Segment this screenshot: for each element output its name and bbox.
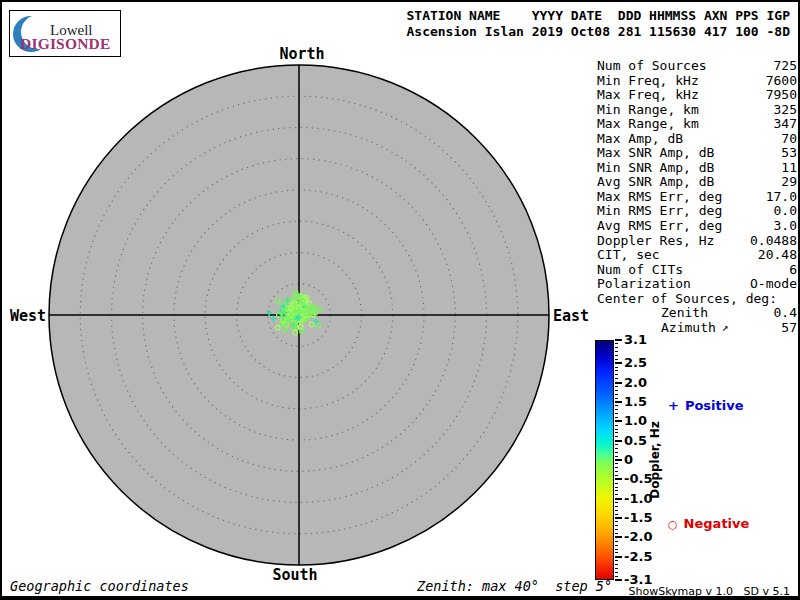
stat-value: 325: [774, 103, 797, 118]
colorbar-major-tick: [615, 579, 622, 581]
stat-row: CIT, sec20.48: [597, 248, 797, 263]
colorbar-minor-tick: [615, 378, 618, 379]
stat-row: Min SNR Amp, dB11: [597, 161, 797, 176]
zenith-range-label: Zenith: max 40° step 5°: [417, 578, 612, 594]
stat-label: Avg SNR Amp, dB: [597, 175, 714, 190]
colorbar-minor-tick: [615, 343, 618, 344]
stat-value: 6: [789, 263, 797, 278]
stat-value: 53: [781, 146, 797, 161]
colorbar-minor-tick: [615, 417, 618, 418]
stat-label: Num of CITs: [597, 263, 683, 278]
stat-row: Avg RMS Err, deg3.0: [597, 219, 797, 234]
legend-negative: ○Negative: [668, 516, 749, 531]
colorbar-minor-tick: [615, 568, 618, 569]
colorbar-minor-tick: [615, 471, 618, 472]
stat-value: 7950: [766, 88, 797, 103]
colorbar-minor-tick: [615, 490, 618, 491]
colorbar-minor-tick: [615, 545, 618, 546]
showskymap-window: Lowell DIGISONDE STATION NAME YYYY DATE …: [0, 0, 800, 600]
stat-value: 0.4: [774, 306, 797, 321]
stat-label: Min Range, km: [597, 103, 699, 118]
colorbar-axis-title: Doppler, Hz: [648, 421, 662, 499]
legend-positive: +Positive: [668, 398, 744, 413]
colorbar-minor-tick: [615, 425, 618, 426]
colorbar-tick-label: 2.0: [624, 376, 647, 390]
colorbar-minor-tick: [615, 436, 618, 437]
colorbar-major-tick: [615, 401, 622, 403]
compass-label-south: South: [265, 566, 325, 584]
stat-row: Min Range, km325: [597, 103, 797, 118]
colorbar-major-tick: [615, 517, 622, 519]
stat-label: Min SNR Amp, dB: [597, 161, 714, 176]
colorbar-tick-label: -1.5: [624, 511, 652, 525]
colorbar-minor-tick: [615, 541, 618, 542]
stat-value: 347: [774, 117, 797, 132]
colorbar-minor-tick: [615, 359, 618, 360]
stat-row: Num of Sources725: [597, 59, 797, 74]
stat-label: Max SNR Amp, dB: [597, 146, 714, 161]
colorbar-minor-tick: [615, 576, 618, 577]
colorbar-minor-tick: [615, 560, 618, 561]
coordinates-label: Geographic coordinates: [10, 578, 189, 594]
lowell-digisonde-logo: Lowell DIGISONDE: [9, 10, 121, 57]
colorbar-ticks: [615, 340, 623, 580]
stat-row: Max Freq, kHz7950: [597, 88, 797, 103]
stat-value: 7600: [766, 74, 797, 89]
colorbar-minor-tick: [615, 521, 618, 522]
colorbar-tick-label: 0: [624, 453, 633, 467]
header-columns-row: STATION NAME YYYY DATE DDD HHMMSS AXN PP…: [406, 8, 790, 24]
colorbar-minor-tick: [615, 502, 618, 503]
logo-text-digisonde: DIGISONDE: [20, 35, 111, 53]
colorbar-major-tick: [615, 556, 622, 558]
stat-value: 11: [781, 161, 797, 176]
colorbar-minor-tick: [615, 390, 618, 391]
stat-label: Zenith: [661, 306, 708, 321]
colorbar-minor-tick: [615, 429, 618, 430]
stat-row: Zenith0.4: [597, 306, 797, 321]
colorbar-minor-tick: [615, 394, 618, 395]
header-values-row: Ascension Islan 2019 Oct08 281 115630 41…: [406, 24, 790, 40]
colorbar-minor-tick: [615, 564, 618, 565]
colorbar-major-tick: [615, 362, 622, 364]
colorbar-minor-tick: [615, 374, 618, 375]
colorbar-major-tick: [615, 339, 622, 341]
colorbar-minor-tick: [615, 432, 618, 433]
colorbar-minor-tick: [615, 452, 618, 453]
stats-panel: Num of Sources725Min Freq, kHz7600Max Fr…: [597, 59, 797, 335]
stat-label: Min RMS Err, deg: [597, 204, 722, 219]
colorbar-gradient: [595, 340, 614, 580]
stat-label: Avg RMS Err, deg: [597, 219, 722, 234]
compass-label-north: North: [272, 45, 332, 63]
compass-label-east: East: [553, 307, 593, 325]
colorbar-minor-tick: [615, 351, 618, 352]
stat-value: 0.0488: [750, 234, 797, 249]
colorbar-minor-tick: [615, 552, 618, 553]
stat-label: Azimuth: [661, 321, 716, 336]
stat-value: 57: [781, 321, 797, 336]
colorbar-tick-label: 3.1: [624, 333, 647, 347]
colorbar-minor-tick: [615, 355, 618, 356]
stat-value: 725: [774, 59, 797, 74]
colorbar-tick-label: -2.5: [624, 550, 652, 564]
colorbar-tick-label: -2.0: [624, 530, 652, 544]
colorbar-minor-tick: [615, 367, 618, 368]
colorbar-tick-label: 2.5: [624, 356, 647, 370]
colorbar-tick-label: 0.5: [624, 434, 647, 448]
stat-value: 20.48: [758, 248, 797, 263]
colorbar-minor-tick: [615, 409, 618, 410]
colorbar-minor-tick: [615, 549, 618, 550]
colorbar-major-tick: [615, 478, 622, 480]
colorbar-minor-tick: [615, 514, 618, 515]
stat-row: Center of Sources, deg:: [597, 292, 797, 307]
colorbar-major-tick: [615, 498, 622, 500]
station-header: STATION NAME YYYY DATE DDD HHMMSS AXN PP…: [406, 8, 790, 40]
stat-row: Min RMS Err, deg0.0: [597, 204, 797, 219]
colorbar-minor-tick: [615, 529, 618, 530]
stat-label: Max RMS Err, deg: [597, 190, 722, 205]
stat-value: 17.0: [766, 190, 797, 205]
colorbar-major-tick: [615, 459, 622, 461]
colorbar-minor-tick: [615, 463, 618, 464]
stat-value: 29: [781, 175, 797, 190]
legend-positive-label: Positive: [685, 398, 744, 413]
colorbar-minor-tick: [615, 347, 618, 348]
